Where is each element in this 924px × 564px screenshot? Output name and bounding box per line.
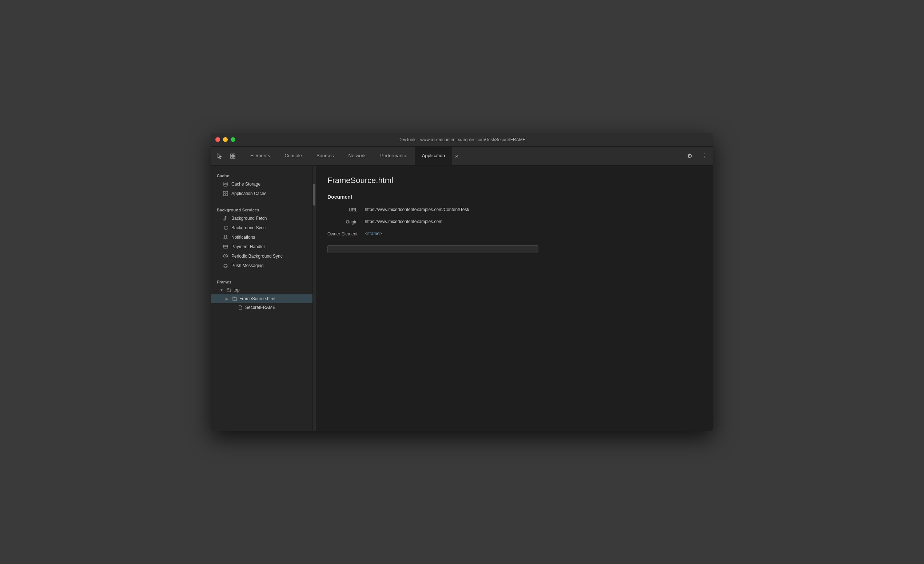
title-bar: DevTools - www.mixedcontentexamples.com/…: [211, 133, 713, 147]
sidebar-item-notifications[interactable]: Notifications: [211, 232, 312, 242]
payment-handler-label: Payment Handler: [231, 244, 265, 249]
svg-rect-0: [231, 154, 232, 156]
secureiframe-doc-icon: [238, 305, 243, 310]
svg-rect-6: [226, 191, 228, 193]
toolbar-right-controls: ⚙ ⋮: [684, 150, 710, 162]
main-tabs: Elements Console Sources Network Perform…: [243, 147, 684, 165]
periodic-background-sync-label: Periodic Background Sync: [231, 254, 283, 259]
background-fetch-icon: [223, 215, 228, 221]
sidebar-item-push-messaging[interactable]: Push Messaging: [211, 261, 312, 270]
svg-rect-8: [226, 194, 228, 196]
push-messaging-icon: [223, 263, 228, 268]
owner-element-value[interactable]: <iframe>: [365, 231, 701, 237]
frames-tree-framesource[interactable]: ▶ FrameSource.html: [211, 294, 312, 303]
content-panel: FrameSource.html Document URL https://ww…: [316, 165, 713, 431]
toolbar: Elements Console Sources Network Perform…: [211, 147, 713, 165]
tab-sources[interactable]: Sources: [309, 147, 341, 165]
svg-rect-11: [224, 245, 228, 248]
section-heading: Document: [327, 194, 701, 200]
frames-tree-top[interactable]: ▼ top: [211, 286, 312, 294]
frames-tree-secureiframe[interactable]: SecureIFRAME: [211, 303, 312, 312]
filter-input[interactable]: [327, 245, 538, 253]
svg-rect-2: [231, 156, 232, 158]
menu-button[interactable]: ⋮: [699, 150, 710, 162]
svg-rect-3: [233, 156, 235, 158]
devtools-window: DevTools - www.mixedcontentexamples.com/…: [211, 133, 713, 431]
tab-application[interactable]: Application: [415, 147, 453, 165]
cache-storage-icon: [223, 181, 228, 187]
tab-console[interactable]: Console: [277, 147, 309, 165]
svg-rect-5: [224, 191, 225, 193]
maximize-button[interactable]: [231, 137, 236, 142]
svg-rect-1: [233, 154, 235, 156]
url-value: https://www.mixedcontentexamples.com/Con…: [365, 207, 701, 213]
minimize-button[interactable]: [223, 137, 228, 142]
toolbar-tool-icons: [214, 150, 238, 162]
tab-performance[interactable]: Performance: [373, 147, 414, 165]
sidebar-section-background-services: Background Services: [211, 204, 312, 214]
document-info-table: URL https://www.mixedcontentexamples.com…: [327, 207, 701, 237]
periodic-background-sync-icon: [223, 253, 228, 259]
settings-button[interactable]: ⚙: [684, 150, 696, 162]
cursor-tool-button[interactable]: [214, 150, 225, 162]
content-wrapper: FrameSource.html Document URL https://ww…: [316, 165, 713, 431]
sidebar-section-cache: Cache: [211, 170, 312, 179]
cursor-icon: [216, 153, 223, 159]
sidebar: Cache Cache Storage: [211, 165, 313, 431]
owner-element-label: Owner Element: [327, 231, 358, 237]
sidebar-item-background-sync[interactable]: Background Sync: [211, 223, 312, 232]
svg-point-4: [224, 182, 227, 183]
notifications-label: Notifications: [231, 235, 255, 240]
layers-tool-button[interactable]: [227, 150, 238, 162]
background-sync-icon: [223, 225, 228, 231]
background-sync-label: Background Sync: [231, 225, 266, 230]
tab-network[interactable]: Network: [341, 147, 373, 165]
push-messaging-label: Push Messaging: [231, 263, 264, 268]
top-folder-icon: [226, 288, 231, 292]
top-frame-label: top: [234, 288, 240, 292]
sidebar-item-payment-handler[interactable]: Payment Handler: [211, 242, 312, 251]
more-tabs-button[interactable]: »: [452, 147, 461, 165]
application-cache-label: Application Cache: [231, 191, 267, 196]
close-button[interactable]: [215, 137, 220, 142]
svg-line-15: [225, 256, 226, 257]
sidebar-scrollbar[interactable]: [313, 165, 316, 431]
sidebar-item-periodic-background-sync[interactable]: Periodic Background Sync: [211, 251, 312, 261]
cache-storage-label: Cache Storage: [231, 182, 261, 187]
framesource-label: FrameSource.html: [239, 296, 275, 301]
layers-icon: [230, 153, 236, 159]
notifications-icon: [223, 234, 228, 240]
framesource-folder-icon: [232, 296, 237, 301]
svg-rect-7: [224, 194, 225, 196]
sidebar-scrollbar-thumb[interactable]: [313, 184, 315, 206]
framesource-arrow: ▶: [225, 297, 230, 301]
tab-elements[interactable]: Elements: [243, 147, 277, 165]
application-cache-icon: [223, 190, 228, 196]
page-title: FrameSource.html: [327, 176, 701, 185]
payment-handler-icon: [223, 244, 228, 250]
traffic-lights: [215, 137, 236, 142]
origin-label: Origin: [327, 219, 358, 225]
secureiframe-label: SecureIFRAME: [245, 305, 275, 310]
main-area: Cache Cache Storage: [211, 165, 713, 431]
top-arrow: ▼: [220, 288, 224, 292]
filter-bar-container: [327, 245, 701, 253]
origin-value: https://www.mixedcontentexamples.com: [365, 219, 701, 225]
sidebar-item-background-fetch[interactable]: Background Fetch: [211, 214, 312, 223]
sidebar-section-frames: Frames: [211, 276, 312, 286]
window-title: DevTools - www.mixedcontentexamples.com/…: [398, 137, 525, 142]
sidebar-item-cache-storage[interactable]: Cache Storage: [211, 179, 312, 189]
url-label: URL: [327, 207, 358, 213]
sidebar-item-application-cache[interactable]: Application Cache: [211, 189, 312, 198]
background-fetch-label: Background Fetch: [231, 216, 267, 221]
